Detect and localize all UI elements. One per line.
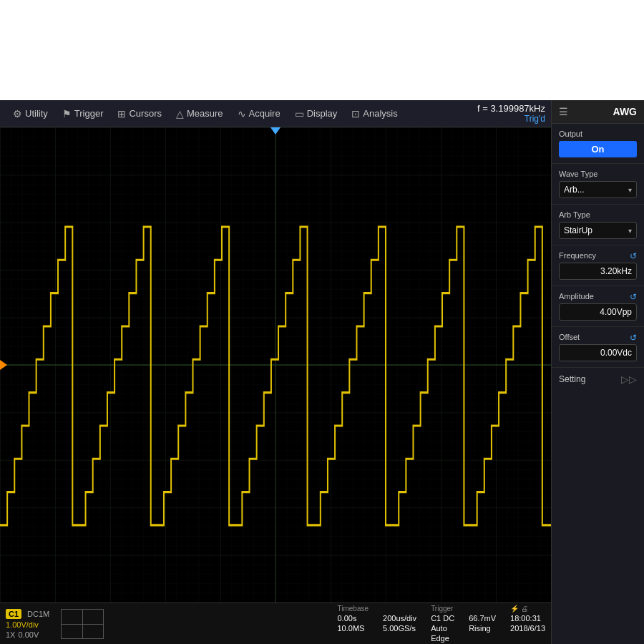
timebase-group: Timebase 0.00s 10.0MS (337, 605, 369, 643)
setting-row[interactable]: Setting ▷▷ (552, 368, 644, 391)
offset-field[interactable]: 0.00Vdc (559, 344, 637, 361)
arb-type-dropdown[interactable]: StairUp ▾ (559, 222, 637, 239)
probe-label: 1X (6, 630, 15, 639)
trigger-menu[interactable]: ⚑ Trigger (55, 105, 111, 122)
triggered-label: Trig'd (477, 114, 545, 124)
time-date-group: ⚡ 🖨 18:00:31 2018/6/13 (510, 605, 545, 643)
trigger-label: Trigger (74, 108, 104, 119)
measure-icon: △ (176, 108, 184, 119)
amplitude-section-label: Amplitude ↺ (559, 292, 637, 301)
clock-time: 18:00:31 (510, 614, 545, 623)
panel-header: ☰ AWG (552, 100, 644, 124)
trigger-level-group: 66.7mV Rising (469, 605, 496, 643)
arb-type-value: StairUp (564, 225, 592, 235)
waveform-svg (0, 127, 551, 602)
offset-section: Offset ↺ 0.00Vdc (552, 327, 644, 368)
display-menu[interactable]: ▭ Display (288, 105, 345, 122)
time-div-group: 200us/div 5.00GS/s (383, 605, 416, 643)
trigger-slope: Edge (431, 634, 454, 643)
output-label: Output (559, 130, 637, 138)
toolbar: ⚙ Utility ⚑ Trigger ⊞ Cursors △ Measure … (0, 100, 551, 127)
mem-depth: 10.0MS (337, 624, 369, 633)
frequency-section-label: Frequency ↺ (559, 251, 637, 260)
top-whitespace (0, 0, 644, 100)
utility-icon: ⚙ (13, 108, 22, 119)
frequency-refresh-icon[interactable]: ↺ (630, 251, 637, 261)
display-icon: ▭ (295, 108, 304, 119)
status-bar: C1 DC1M 1.00V/div 1X 0.00V Timebase 0.00… (0, 602, 551, 644)
analysis-label: Analysis (363, 108, 397, 119)
trigger-mode: Auto (431, 624, 454, 633)
display-label: Display (307, 108, 338, 119)
utility-menu[interactable]: ⚙ Utility (6, 105, 55, 122)
timebase-label: Timebase (337, 605, 369, 613)
setting-label: Setting (559, 374, 585, 384)
arb-type-label: Arb Type (559, 210, 637, 219)
trigger-label: Trigger (431, 605, 454, 613)
right-panel: ☰ AWG Output On Wave Type Arb... ▾ Arb T… (551, 100, 644, 644)
frequency-field[interactable]: 3.20kHz (559, 263, 637, 280)
wave-type-arrow: ▾ (628, 186, 632, 194)
measure-label: Measure (187, 108, 223, 119)
offset-label: Offset (559, 333, 580, 341)
analysis-menu[interactable]: ⊡ Analysis (344, 105, 404, 122)
panel-title: AWG (613, 106, 637, 117)
trigger-top-marker (270, 127, 280, 135)
output-section: Output On (552, 124, 644, 164)
time-div: 200us/div (383, 614, 416, 623)
wave-type-value: Arb... (564, 185, 585, 195)
output-on-button[interactable]: On (559, 141, 637, 157)
amplitude-field[interactable]: 4.00Vpp (559, 303, 637, 321)
acquire-menu[interactable]: ∿ Acquire (230, 105, 288, 122)
channel-badge: C1 (6, 609, 21, 619)
panel-menu-icon: ☰ (559, 106, 568, 117)
trigger-level: 66.7mV (469, 614, 496, 623)
clock-date: 2018/6/13 (510, 624, 545, 633)
frequency-label: Frequency (559, 251, 596, 260)
wave-type-dropdown[interactable]: Arb... ▾ (559, 181, 637, 198)
offset-section-label: Offset ↺ (559, 333, 637, 341)
frequency-display: f = 3.199987kHz Trig'd (477, 103, 545, 124)
amplitude-label: Amplitude (559, 292, 594, 301)
scope-display: ⚙ Utility ⚑ Trigger ⊞ Cursors △ Measure … (0, 100, 551, 644)
amplitude-refresh-icon[interactable]: ↺ (630, 292, 637, 302)
cursors-menu[interactable]: ⊞ Cursors (110, 105, 169, 122)
offset-refresh-icon[interactable]: ↺ (630, 333, 637, 343)
cursors-label: Cursors (129, 108, 162, 119)
trigger-edge: Rising (469, 624, 496, 633)
acquire-label: Acquire (249, 108, 280, 119)
trigger-left-marker (0, 360, 7, 370)
acquire-icon: ∿ (238, 108, 246, 119)
trigger-group: Trigger C1 DC Auto Edge (431, 605, 454, 643)
frequency-section: Frequency ↺ 3.20kHz (552, 245, 644, 286)
timebase-info: Timebase 0.00s 10.0MS 200us/div 5.00GS/s… (337, 605, 545, 643)
channel-info: C1 DC1M 1.00V/div 1X 0.00V (6, 609, 49, 639)
trigger-ch: C1 DC (431, 614, 454, 623)
time-start: 0.00s (337, 614, 369, 623)
wave-type-section: Wave Type Arb... ▾ (552, 164, 644, 205)
analysis-icon: ⊡ (351, 108, 360, 119)
sample-rate: 5.00GS/s (383, 624, 416, 633)
cursors-icon: ⊞ (117, 108, 126, 119)
amplitude-section: Amplitude ↺ 4.00Vpp (552, 286, 644, 327)
trigger-icon: ⚑ (62, 108, 72, 119)
reference-box (61, 609, 104, 639)
utility-label: Utility (25, 108, 48, 119)
scope-container: ⚙ Utility ⚑ Trigger ⊞ Cursors △ Measure … (0, 100, 644, 644)
offset-label: 0.00V (18, 630, 39, 639)
wave-type-label: Wave Type (559, 170, 637, 178)
measure-menu[interactable]: △ Measure (169, 105, 230, 122)
waveform-area (0, 127, 551, 602)
frequency-value: f = 3.199987kHz (477, 103, 545, 114)
arb-type-arrow: ▾ (628, 227, 632, 235)
ref-cross-vertical (82, 610, 83, 638)
coupling-label: DC1M (27, 610, 49, 618)
setting-arrow-icon: ▷▷ (621, 374, 637, 385)
scale-label: 1.00V/div (6, 620, 49, 629)
arb-type-section: Arb Type StairUp ▾ (552, 205, 644, 245)
